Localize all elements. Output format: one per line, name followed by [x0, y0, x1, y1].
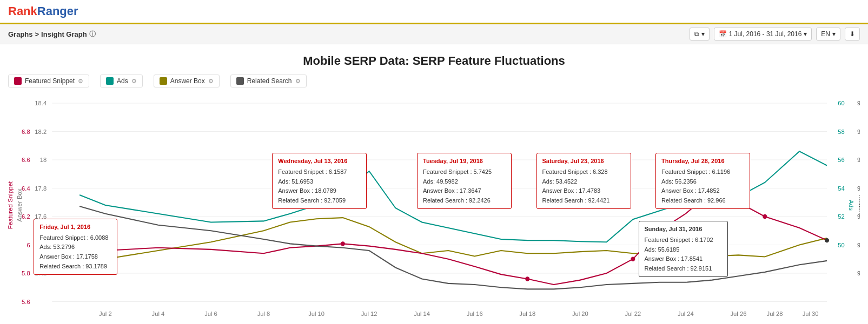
svg-text:Jul 26: Jul 26	[731, 310, 747, 317]
svg-text:Answer Box: Answer Box	[17, 188, 23, 222]
filter-icon: ⧉	[694, 30, 699, 38]
svg-text:Jul 10: Jul 10	[308, 310, 324, 317]
legend: Featured Snippet ⚙ Ads ⚙ Answer Box ⚙ Re…	[8, 75, 860, 87]
topbar-right: ⧉ ▾ 📅 1 Jul, 2016 - 31 Jul, 2016 ▾ EN ▾ …	[690, 28, 860, 40]
download-icon: ⬇	[850, 30, 855, 38]
svg-text:Jul 30: Jul 30	[803, 310, 819, 317]
svg-text:6.8: 6.8	[22, 129, 30, 135]
svg-text:Ads: Ads	[848, 200, 854, 211]
svg-text:5.6: 5.6	[22, 299, 30, 305]
svg-text:93: 93	[857, 185, 860, 192]
svg-text:6.4: 6.4	[22, 185, 30, 192]
language-label: EN	[821, 30, 830, 38]
featured-snippet-line	[79, 191, 827, 285]
breadcrumb-insight: Insight Graph	[41, 30, 87, 38]
svg-text:18.4: 18.4	[35, 100, 47, 106]
svg-text:Jul 4: Jul 4	[152, 310, 165, 317]
svg-text:6: 6	[26, 242, 30, 248]
svg-text:6.6: 6.6	[22, 157, 30, 163]
svg-text:Jul 18: Jul 18	[519, 310, 535, 317]
legend-dot-featured	[14, 77, 22, 85]
chart-area: 18.4 18.2 18 17.8 17.6 17.4 17.2 6.8 6.6…	[8, 92, 860, 319]
filter-chevron: ▾	[701, 30, 705, 38]
answer-box-line	[79, 218, 827, 273]
tooltip-dot-jul31	[825, 238, 829, 242]
svg-text:92.5: 92.5	[857, 242, 860, 248]
svg-text:Jul 22: Jul 22	[625, 310, 641, 317]
svg-text:50: 50	[838, 242, 844, 248]
legend-item-related[interactable]: Related Search ⚙	[230, 75, 307, 87]
tooltip-dot-jul23	[631, 257, 635, 261]
legend-label-answer: Answer Box	[170, 77, 205, 85]
logo-rank: Rank	[8, 4, 37, 18]
svg-text:93.25: 93.25	[857, 157, 860, 163]
svg-text:Jul 28: Jul 28	[767, 310, 783, 317]
legend-label-featured: Featured Snippet	[25, 77, 75, 85]
legend-label-ads: Ads	[117, 77, 128, 85]
date-chevron: ▾	[804, 30, 807, 38]
tooltip-dot-jul19	[525, 276, 529, 281]
legend-gear-answer[interactable]: ⚙	[208, 78, 214, 85]
svg-text:17.2: 17.2	[35, 270, 47, 276]
legend-item-featured[interactable]: Featured Snippet ⚙	[8, 75, 89, 87]
svg-text:Related: Related	[858, 194, 860, 216]
svg-text:58: 58	[838, 129, 844, 135]
breadcrumb-separator: >	[35, 30, 39, 38]
svg-text:18: 18	[40, 157, 47, 163]
svg-text:17.8: 17.8	[35, 185, 47, 192]
legend-gear-ads[interactable]: ⚙	[131, 78, 137, 85]
svg-text:52: 52	[838, 213, 844, 220]
svg-text:17.6: 17.6	[35, 213, 47, 220]
svg-text:Jul 8: Jul 8	[257, 310, 270, 317]
breadcrumb-graphs: Graphs	[8, 30, 33, 38]
date-range-button[interactable]: 📅 1 Jul, 2016 - 31 Jul, 2016 ▾	[714, 28, 812, 40]
legend-dot-ads	[106, 77, 114, 85]
tooltip-dot-jul28	[763, 214, 767, 219]
main-content: Mobile SERP Data: SERP Feature Fluctuati…	[0, 44, 868, 324]
header: RankRanger	[0, 0, 868, 24]
legend-label-related: Related Search	[247, 77, 292, 85]
chart-title: Mobile SERP Data: SERP Feature Fluctuati…	[8, 54, 860, 68]
svg-text:Jul 6: Jul 6	[204, 310, 217, 317]
svg-text:Jul 24: Jul 24	[678, 310, 694, 317]
logo: RankRanger	[8, 4, 78, 18]
logo-ranger: Ranger	[37, 4, 78, 18]
svg-text:5.8: 5.8	[22, 270, 30, 276]
topbar: Graphs > Insight Graph ⓘ ⧉ ▾ 📅 1 Jul, 20…	[0, 24, 868, 44]
filter-button[interactable]: ⧉ ▾	[690, 28, 710, 40]
svg-text:18.2: 18.2	[35, 129, 47, 135]
svg-text:93.5: 93.5	[857, 129, 860, 135]
svg-text:56: 56	[838, 157, 844, 163]
legend-item-ads[interactable]: Ads ⚙	[100, 75, 143, 87]
legend-gear-related[interactable]: ⚙	[295, 78, 301, 85]
date-range-label: 1 Jul, 2016 - 31 Jul, 2016	[729, 30, 802, 38]
svg-text:54: 54	[838, 185, 844, 192]
svg-text:Jul 2: Jul 2	[99, 310, 112, 317]
legend-gear-featured[interactable]: ⚙	[78, 78, 83, 85]
svg-text:6.2: 6.2	[22, 213, 30, 220]
svg-text:Jul 12: Jul 12	[361, 310, 377, 317]
language-chevron: ▾	[832, 30, 836, 38]
legend-dot-answer	[160, 77, 167, 85]
svg-text:Jul 16: Jul 16	[467, 310, 483, 317]
svg-text:92.25: 92.25	[857, 270, 860, 276]
info-icon[interactable]: ⓘ	[89, 30, 96, 39]
tooltip-dot-jul13	[341, 241, 345, 246]
svg-text:Jul 20: Jul 20	[572, 310, 588, 317]
tooltip-dot-jul1	[77, 258, 82, 262]
chart-svg: 18.4 18.2 18 17.8 17.6 17.4 17.2 6.8 6.6…	[8, 92, 860, 319]
svg-text:17.4: 17.4	[35, 242, 47, 248]
language-button[interactable]: EN ▾	[816, 28, 840, 40]
legend-dot-related	[236, 77, 244, 85]
svg-text:Featured Snippet: Featured Snippet	[8, 181, 14, 229]
calendar-icon: 📅	[719, 30, 727, 38]
svg-text:Jul 14: Jul 14	[414, 310, 430, 317]
legend-item-answer[interactable]: Answer Box ⚙	[154, 75, 220, 87]
svg-text:60: 60	[838, 100, 844, 106]
download-button[interactable]: ⬇	[845, 28, 860, 40]
svg-text:93.75: 93.75	[857, 100, 860, 106]
breadcrumb: Graphs > Insight Graph ⓘ	[8, 30, 96, 39]
